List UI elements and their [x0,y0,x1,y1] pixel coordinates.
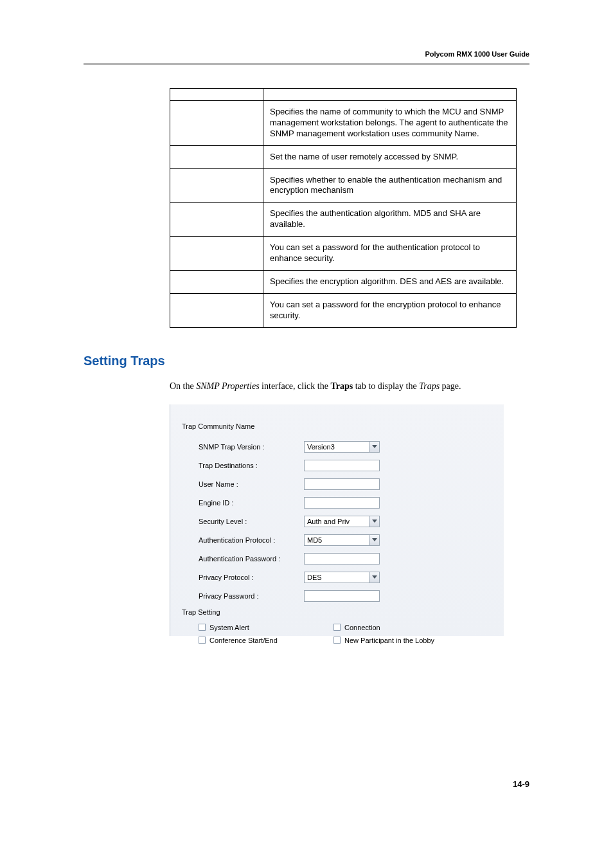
header-title: Polycom RMX 1000 User Guide [84,50,529,58]
snmp-trap-version-select[interactable]: Version3 [304,441,380,453]
engine-id-input[interactable] [304,497,380,509]
privacy-protocol-row: Privacy Protocol : DES [199,571,492,584]
page-number: 14-9 [513,779,529,789]
section-heading: Setting Traps [84,354,529,368]
chevron-down-icon [369,572,379,583]
snmp-trap-version-row: SNMP Trap Version : Version3 [199,440,492,453]
checkbox-icon [199,637,206,644]
user-name-input[interactable] [304,478,380,490]
table-row: Specifies the encryption algorithm. DES … [170,270,517,293]
table-cell-right: Specifies the name of community to which… [263,101,517,146]
chevron-down-icon [369,516,379,527]
new-participant-label: New Participant in the Lobby [344,637,434,644]
description-table: Specifies the name of community to which… [170,88,517,328]
chevron-down-icon [369,442,379,452]
conference-start-end-checkbox[interactable]: Conference Start/End [199,637,333,644]
table-row: Set the name of user remotely accessed b… [170,145,517,168]
connection-checkbox[interactable]: Connection [333,624,380,631]
trap-destinations-label: Trap Destinations : [199,462,304,469]
checkbox-icon [333,624,341,631]
privacy-password-label: Privacy Password : [199,592,304,600]
body-text-bold: Traps [330,381,353,391]
conference-start-end-label: Conference Start/End [209,637,278,644]
table-cell-left [170,168,263,203]
body-text-italic: SNMP Properties [196,381,259,391]
trap-destinations-input[interactable] [304,460,380,471]
table-cell-right: Specifies whether to enable the authenti… [263,168,517,203]
table-row: Specifies whether to enable the authenti… [170,168,517,203]
chevron-down-icon [369,535,379,545]
table-cell-left [170,203,263,237]
table-cell-left [170,101,263,146]
table-row: You can set a password for the authentic… [170,237,517,271]
connection-label: Connection [344,624,380,631]
body-text-fragment: page. [440,381,461,391]
table-row: You can set a password for the encryptio… [170,293,517,327]
auth-password-row: Authentication Password : [199,552,492,565]
body-text: On the SNMP Properties interface, click … [170,380,504,393]
table-cell-right: Specifies the authentication algorithm. … [263,203,517,237]
traps-screenshot: Trap Community Name SNMP Trap Version : … [170,404,504,636]
table-cell-right: You can set a password for the authentic… [263,237,517,271]
table-cell-left [170,237,263,271]
auth-protocol-row: Authentication Protocol : MD5 [199,534,492,547]
auth-protocol-select[interactable]: MD5 [304,534,380,546]
header-rule [84,63,529,65]
security-level-select[interactable]: Auth and Priv [304,516,380,527]
auth-protocol-label: Authentication Protocol : [199,536,304,544]
body-text-fragment: interface, click the [260,381,331,391]
privacy-password-input[interactable] [304,590,380,602]
table-row: Specifies the name of community to which… [170,101,517,146]
table-cell-left [170,270,263,293]
trap-destinations-row: Trap Destinations : [199,459,492,472]
table-row: Specifies the authentication algorithm. … [170,203,517,237]
user-name-label: User Name : [199,480,304,488]
auth-password-label: Authentication Password : [199,555,304,563]
checkbox-icon [199,624,206,631]
table-cell-right: Set the name of user remotely accessed b… [263,145,517,168]
security-level-label: Security Level : [199,518,304,525]
auth-password-input[interactable] [304,553,380,565]
privacy-password-row: Privacy Password : [199,590,492,602]
engine-id-row: Engine ID : [199,496,492,509]
snmp-trap-version-label: SNMP Trap Version : [199,443,304,451]
table-cell-right: Specifies the encryption algorithm. DES … [263,270,517,293]
security-level-row: Security Level : Auth and Priv [199,515,492,528]
auth-protocol-value: MD5 [307,536,322,544]
system-alert-label: System Alert [209,624,249,631]
user-name-row: User Name : [199,478,492,491]
new-participant-checkbox[interactable]: New Participant in the Lobby [333,637,434,644]
system-alert-checkbox[interactable]: System Alert [199,624,333,631]
body-text-fragment: On the [170,381,196,391]
privacy-protocol-value: DES [307,574,322,581]
trap-community-name-label: Trap Community Name [182,422,492,430]
checkbox-icon [333,637,341,644]
body-text-fragment: tab to display the [353,381,419,391]
table-cell-left [170,89,263,101]
table-cell-right: You can set a password for the encryptio… [263,293,517,327]
body-text-italic: Traps [419,381,440,391]
engine-id-label: Engine ID : [199,499,304,507]
table-cell-right [263,89,517,101]
table-cell-left [170,145,263,168]
table-row [170,89,517,101]
security-level-value: Auth and Priv [307,518,350,525]
privacy-protocol-label: Privacy Protocol : [199,574,304,581]
trap-setting-label: Trap Setting [182,608,492,616]
privacy-protocol-select[interactable]: DES [304,572,380,583]
table-cell-left [170,293,263,327]
snmp-trap-version-value: Version3 [307,443,335,451]
